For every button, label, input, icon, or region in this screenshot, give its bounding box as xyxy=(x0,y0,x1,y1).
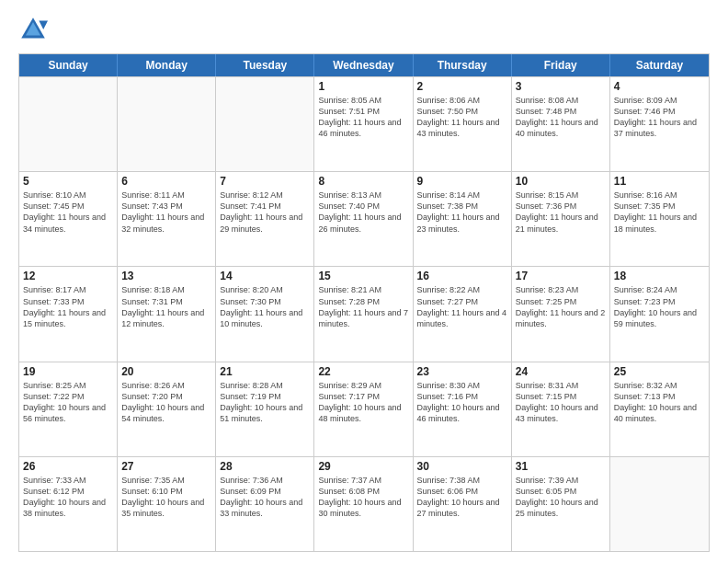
calendar-cell: 19Sunrise: 8:25 AM Sunset: 7:22 PM Dayli… xyxy=(19,362,118,456)
calendar-cell: 18Sunrise: 8:24 AM Sunset: 7:23 PM Dayli… xyxy=(610,267,709,361)
cell-sun-info: Sunrise: 8:17 AM Sunset: 7:33 PM Dayligh… xyxy=(23,284,113,329)
calendar-cell: 3Sunrise: 8:08 AM Sunset: 7:48 PM Daylig… xyxy=(512,77,610,171)
cell-sun-info: Sunrise: 8:25 AM Sunset: 7:22 PM Dayligh… xyxy=(23,380,113,425)
calendar-cell: 9Sunrise: 8:14 AM Sunset: 7:38 PM Daylig… xyxy=(414,172,512,266)
calendar-cell: 28Sunrise: 7:36 AM Sunset: 6:09 PM Dayli… xyxy=(216,457,314,551)
weekday-header: Monday xyxy=(118,54,216,76)
day-number: 25 xyxy=(614,365,705,378)
calendar-cell: 30Sunrise: 7:38 AM Sunset: 6:06 PM Dayli… xyxy=(414,457,512,551)
calendar-cell: 31Sunrise: 7:39 AM Sunset: 6:05 PM Dayli… xyxy=(512,457,610,551)
calendar-cell xyxy=(118,77,216,171)
calendar-header: SundayMondayTuesdayWednesdayThursdayFrid… xyxy=(19,54,709,76)
calendar-cell: 25Sunrise: 8:32 AM Sunset: 7:13 PM Dayli… xyxy=(610,362,709,456)
day-number: 16 xyxy=(417,270,507,282)
header xyxy=(18,15,710,44)
calendar-cell: 20Sunrise: 8:26 AM Sunset: 7:20 PM Dayli… xyxy=(118,362,216,456)
calendar-cell: 15Sunrise: 8:21 AM Sunset: 7:28 PM Dayli… xyxy=(314,267,413,361)
calendar-cell: 12Sunrise: 8:17 AM Sunset: 7:33 PM Dayli… xyxy=(19,267,118,361)
calendar-row: 26Sunrise: 7:33 AM Sunset: 6:12 PM Dayli… xyxy=(19,456,709,551)
calendar-cell: 17Sunrise: 8:23 AM Sunset: 7:25 PM Dayli… xyxy=(512,267,610,361)
cell-sun-info: Sunrise: 7:37 AM Sunset: 6:08 PM Dayligh… xyxy=(318,475,408,520)
day-number: 21 xyxy=(220,365,310,378)
cell-sun-info: Sunrise: 8:18 AM Sunset: 7:31 PM Dayligh… xyxy=(121,284,211,329)
calendar-row: 1Sunrise: 8:05 AM Sunset: 7:51 PM Daylig… xyxy=(19,76,709,171)
calendar-row: 19Sunrise: 8:25 AM Sunset: 7:22 PM Dayli… xyxy=(19,362,709,456)
day-number: 29 xyxy=(318,460,408,473)
calendar-cell: 24Sunrise: 8:31 AM Sunset: 7:15 PM Dayli… xyxy=(512,362,610,456)
day-number: 12 xyxy=(23,270,113,282)
day-number: 17 xyxy=(516,270,606,282)
calendar-cell xyxy=(610,457,709,551)
page: SundayMondayTuesdayWednesdayThursdayFrid… xyxy=(0,0,728,563)
weekday-header: Wednesday xyxy=(314,54,413,76)
cell-sun-info: Sunrise: 8:14 AM Sunset: 7:38 PM Dayligh… xyxy=(417,190,507,235)
cell-sun-info: Sunrise: 8:16 AM Sunset: 7:35 PM Dayligh… xyxy=(614,190,705,235)
cell-sun-info: Sunrise: 8:12 AM Sunset: 7:41 PM Dayligh… xyxy=(220,190,310,235)
calendar: SundayMondayTuesdayWednesdayThursdayFrid… xyxy=(18,53,710,552)
day-number: 27 xyxy=(121,460,211,473)
day-number: 2 xyxy=(417,80,507,93)
cell-sun-info: Sunrise: 8:06 AM Sunset: 7:50 PM Dayligh… xyxy=(417,95,507,140)
calendar-cell: 8Sunrise: 8:13 AM Sunset: 7:40 PM Daylig… xyxy=(314,172,413,266)
calendar-cell: 5Sunrise: 8:10 AM Sunset: 7:45 PM Daylig… xyxy=(19,172,118,266)
cell-sun-info: Sunrise: 8:24 AM Sunset: 7:23 PM Dayligh… xyxy=(614,284,705,329)
cell-sun-info: Sunrise: 8:13 AM Sunset: 7:40 PM Dayligh… xyxy=(318,190,408,235)
cell-sun-info: Sunrise: 8:29 AM Sunset: 7:17 PM Dayligh… xyxy=(318,380,408,425)
cell-sun-info: Sunrise: 8:30 AM Sunset: 7:16 PM Dayligh… xyxy=(417,380,507,425)
calendar-cell: 26Sunrise: 7:33 AM Sunset: 6:12 PM Dayli… xyxy=(19,457,118,551)
cell-sun-info: Sunrise: 8:22 AM Sunset: 7:27 PM Dayligh… xyxy=(417,284,507,329)
calendar-cell xyxy=(216,77,314,171)
calendar-cell: 22Sunrise: 8:29 AM Sunset: 7:17 PM Dayli… xyxy=(314,362,413,456)
calendar-cell: 7Sunrise: 8:12 AM Sunset: 7:41 PM Daylig… xyxy=(216,172,314,266)
cell-sun-info: Sunrise: 8:23 AM Sunset: 7:25 PM Dayligh… xyxy=(516,284,606,329)
calendar-body: 1Sunrise: 8:05 AM Sunset: 7:51 PM Daylig… xyxy=(19,76,709,551)
day-number: 3 xyxy=(516,80,606,93)
day-number: 7 xyxy=(220,175,310,188)
cell-sun-info: Sunrise: 8:28 AM Sunset: 7:19 PM Dayligh… xyxy=(220,380,310,425)
day-number: 28 xyxy=(220,460,310,473)
calendar-cell: 16Sunrise: 8:22 AM Sunset: 7:27 PM Dayli… xyxy=(414,267,512,361)
cell-sun-info: Sunrise: 7:38 AM Sunset: 6:06 PM Dayligh… xyxy=(417,475,507,520)
weekday-header: Sunday xyxy=(19,54,118,76)
day-number: 30 xyxy=(417,460,507,473)
cell-sun-info: Sunrise: 7:39 AM Sunset: 6:05 PM Dayligh… xyxy=(516,475,606,520)
cell-sun-info: Sunrise: 8:21 AM Sunset: 7:28 PM Dayligh… xyxy=(318,284,408,329)
weekday-header: Friday xyxy=(512,54,610,76)
weekday-header: Tuesday xyxy=(216,54,314,76)
day-number: 8 xyxy=(318,175,408,188)
svg-marker-2 xyxy=(39,20,48,29)
calendar-cell: 14Sunrise: 8:20 AM Sunset: 7:30 PM Dayli… xyxy=(216,267,314,361)
day-number: 11 xyxy=(614,175,705,188)
cell-sun-info: Sunrise: 8:26 AM Sunset: 7:20 PM Dayligh… xyxy=(121,380,211,425)
day-number: 1 xyxy=(318,80,408,93)
cell-sun-info: Sunrise: 8:31 AM Sunset: 7:15 PM Dayligh… xyxy=(516,380,606,425)
day-number: 20 xyxy=(121,365,211,378)
calendar-cell: 27Sunrise: 7:35 AM Sunset: 6:10 PM Dayli… xyxy=(118,457,216,551)
day-number: 22 xyxy=(318,365,408,378)
calendar-cell: 6Sunrise: 8:11 AM Sunset: 7:43 PM Daylig… xyxy=(118,172,216,266)
day-number: 19 xyxy=(23,365,113,378)
day-number: 5 xyxy=(23,175,113,188)
cell-sun-info: Sunrise: 7:36 AM Sunset: 6:09 PM Dayligh… xyxy=(220,475,310,520)
day-number: 14 xyxy=(220,270,310,282)
calendar-cell: 23Sunrise: 8:30 AM Sunset: 7:16 PM Dayli… xyxy=(414,362,512,456)
calendar-cell: 21Sunrise: 8:28 AM Sunset: 7:19 PM Dayli… xyxy=(216,362,314,456)
weekday-header: Saturday xyxy=(610,54,709,76)
logo-icon xyxy=(18,15,48,44)
day-number: 15 xyxy=(318,270,408,282)
cell-sun-info: Sunrise: 7:33 AM Sunset: 6:12 PM Dayligh… xyxy=(23,475,113,520)
cell-sun-info: Sunrise: 8:32 AM Sunset: 7:13 PM Dayligh… xyxy=(614,380,705,425)
calendar-cell: 29Sunrise: 7:37 AM Sunset: 6:08 PM Dayli… xyxy=(314,457,413,551)
day-number: 4 xyxy=(614,80,705,93)
cell-sun-info: Sunrise: 8:15 AM Sunset: 7:36 PM Dayligh… xyxy=(516,190,606,235)
logo xyxy=(18,15,51,44)
day-number: 13 xyxy=(121,270,211,282)
calendar-cell: 4Sunrise: 8:09 AM Sunset: 7:46 PM Daylig… xyxy=(610,77,709,171)
day-number: 18 xyxy=(614,270,705,282)
day-number: 10 xyxy=(516,175,606,188)
calendar-row: 5Sunrise: 8:10 AM Sunset: 7:45 PM Daylig… xyxy=(19,171,709,266)
cell-sun-info: Sunrise: 8:05 AM Sunset: 7:51 PM Dayligh… xyxy=(318,95,408,140)
cell-sun-info: Sunrise: 8:08 AM Sunset: 7:48 PM Dayligh… xyxy=(516,95,606,140)
calendar-cell: 1Sunrise: 8:05 AM Sunset: 7:51 PM Daylig… xyxy=(314,77,413,171)
cell-sun-info: Sunrise: 8:10 AM Sunset: 7:45 PM Dayligh… xyxy=(23,190,113,235)
